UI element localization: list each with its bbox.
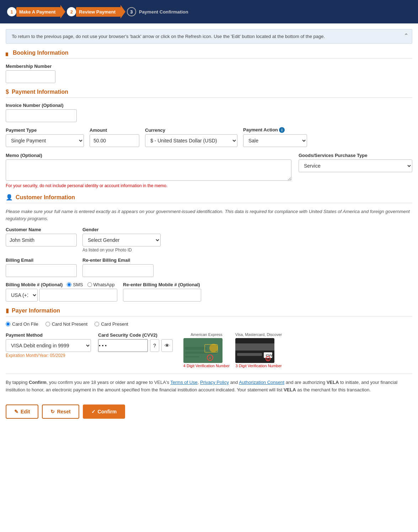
customer-name-label: Customer Name [6,227,77,232]
gender-group: Gender Select Gender Male Female Other A… [82,227,161,253]
currency-select[interactable]: $ - United States Dollar (USD) € - Euro … [145,134,237,147]
billing-email-label: Billing Email [6,257,77,263]
cvv-group: Card Security Code (CVV2) ? 👁 [98,332,173,352]
memo-group: Memo (Optional) For your security, do no… [6,153,291,188]
step3-number: 3 [127,7,136,16]
dollar-icon: $ [6,89,9,95]
payment-method-row: Payment Method VISA Debit ending in 9999… [6,332,412,368]
step-3: 3 Payment Confirmation [127,7,193,17]
card-present-label[interactable]: Card Present [95,321,128,327]
reenter-billing-email-input[interactable] [82,264,154,277]
card-on-file-radio[interactable] [6,322,10,326]
auth-consent-link[interactable]: Authorization Consent [239,380,284,385]
card-not-present-label[interactable]: Card Not Present [45,321,87,327]
card-not-present-text: Card Not Present [52,321,87,327]
payment-action-group: Payment Action i Sale Authorize [243,127,307,147]
customer-name-gender-row: Customer Name Gender Select Gender Male … [6,227,412,253]
payment-action-info-icon[interactable]: i [279,127,285,133]
payer-type-radio-row: Card On File Card Not Present Card Prese… [6,321,412,327]
payment-method-select[interactable]: VISA Debit ending in 9999 [6,339,91,352]
reset-button[interactable]: ↻ Reset [42,405,79,419]
mobile-inputs: USA (+1) [6,289,117,302]
card-images: American Express 4 [183,332,282,368]
collapse-banner-button[interactable]: ⌃ [404,32,408,39]
invoice-number-input[interactable] [6,109,77,122]
action-buttons: ✎ Edit ↻ Reset ✓ Confirm [6,405,412,426]
membership-number-group: Membership Number [6,64,412,83]
customer-note: Please make sure your full name is enter… [6,208,412,222]
expiry-hint: Expiration Month/Year: 05/2029 [6,353,91,358]
info-banner-text: To return to the previous page, do not u… [12,34,325,39]
email-row: Billing Email Re-enter Billing Email [6,257,412,277]
terms-text1: By tapping [6,380,29,385]
payment-type-group: Payment Type Single Payment Installment [6,127,84,147]
privacy-policy-link[interactable]: Privacy Policy [200,380,229,385]
edit-icon: ✎ [14,409,18,414]
terms-section: By tapping Confirm, you confirm you are … [6,374,412,399]
membership-number-input[interactable] [6,70,55,83]
goods-select[interactable]: Service Goods Travel Other [299,159,412,172]
svg-point-4 [209,344,218,352]
card-present-radio[interactable] [95,322,99,326]
payment-action-select[interactable]: Sale Authorize [243,134,307,147]
cvv-input-row: ? 👁 [98,339,173,352]
billing-mobile-input[interactable] [39,289,117,302]
stepper: 1 Make A Payment 2 Review Payment 3 Paym… [0,0,418,23]
step1-number: 1 [7,7,16,16]
step1-label: Make A Payment [16,7,60,17]
amount-input[interactable] [90,134,139,147]
amex-verification-label: 4 Digit Verification Number [183,364,230,368]
terms-of-use-link[interactable]: Terms of Use [170,380,198,385]
invoice-number-label: Invoice Number (Optional) [6,103,412,108]
whatsapp-radio[interactable] [87,282,92,287]
booking-icon: ▖ [6,49,10,56]
amex-card-box: American Express 4 [183,332,230,368]
customer-name-group: Customer Name [6,227,77,253]
payment-section-title: $ Payment Information [6,89,412,98]
whatsapp-radio-label[interactable]: WhatsApp [87,282,115,287]
booking-section-title: ▖ Booking Information [6,49,412,59]
terms-text4: and [229,380,239,385]
step1-arrow [60,5,65,18]
memo-label: Memo (Optional) [6,153,291,158]
customer-section-title: 👤 Customer Information [6,194,412,203]
membership-number-label: Membership Number [6,64,412,69]
card-on-file-label[interactable]: Card On File [6,321,38,327]
customer-icon: 👤 [6,194,13,201]
reenter-mobile-group: Re-enter Billing Mobile # (Optional) [123,282,201,302]
sms-radio-label[interactable]: SMS [67,282,83,287]
billing-mobile-group: Billing Mobile # (Optional) SMS WhatsApp… [6,282,117,302]
terms-text2: , you confirm you are 18 years or older … [47,380,170,385]
payment-type-select[interactable]: Single Payment Installment [6,134,84,147]
visa-card-image: CVV 3 [235,338,274,363]
confirm-button[interactable]: ✓ Confirm [83,405,125,419]
step-1: 1 Make A Payment [7,7,60,17]
booking-section: ▖ Booking Information Membership Number [6,49,412,83]
card-not-present-radio[interactable] [45,322,50,326]
reenter-mobile-input[interactable] [123,289,201,302]
sms-radio[interactable] [67,282,71,287]
cvv-input[interactable] [98,339,148,352]
confirm-check-icon: ✓ [91,409,96,414]
info-banner: To return to the previous page, do not u… [6,29,412,44]
cvv-help-button[interactable]: ? [150,339,159,352]
memo-goods-row: Memo (Optional) For your security, do no… [6,153,412,188]
billing-email-input[interactable] [6,264,77,277]
payment-method-group: Payment Method VISA Debit ending in 9999… [6,332,91,358]
visa-verification-label: 3 Digit Verification Number [235,364,282,368]
cvv-label: Card Security Code (CVV2) [98,332,173,338]
terms-text5: and are authorizing [284,380,327,385]
gender-select[interactable]: Select Gender Male Female Other [82,234,161,246]
visa-label: Visa, Mastercard, Discover [235,332,282,337]
card-present-text: Card Present [101,321,128,327]
edit-button[interactable]: ✎ Edit [6,405,38,419]
memo-textarea[interactable] [6,159,291,181]
mobile-country-select[interactable]: USA (+1) [6,289,38,302]
gender-label: Gender [82,227,161,232]
currency-label: Currency [145,127,237,133]
cvv-show-button[interactable]: 👁 [161,339,173,352]
customer-name-input[interactable] [6,234,77,246]
amount-label: Amount [90,127,139,133]
payment-action-label: Payment Action i [243,127,307,133]
reenter-mobile-label: Re-enter Billing Mobile # (Optional) [123,282,201,287]
